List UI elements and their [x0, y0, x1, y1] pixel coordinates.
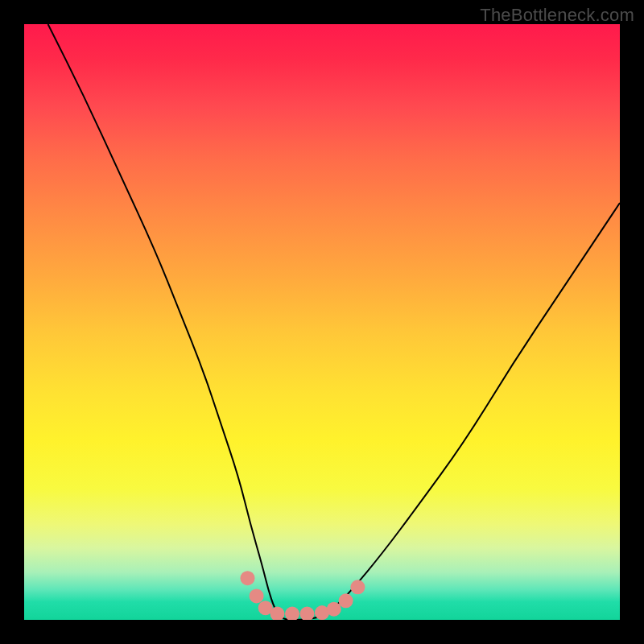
watermark-text: TheBottleneck.com: [480, 5, 634, 26]
marker-dot: [350, 580, 365, 594]
curve-path: [48, 24, 620, 620]
chart-frame: TheBottleneck.com: [0, 0, 644, 644]
marker-dot: [300, 607, 315, 620]
chart-svg: [24, 24, 620, 620]
marker-dot: [327, 602, 341, 617]
marker-dot: [241, 571, 255, 585]
marker-dot: [339, 593, 353, 608]
bottleneck-curve: [48, 24, 620, 620]
marker-dot: [285, 607, 299, 620]
flat-region-markers: [241, 571, 365, 620]
marker-dot: [250, 588, 264, 603]
plot-area: [24, 24, 620, 620]
